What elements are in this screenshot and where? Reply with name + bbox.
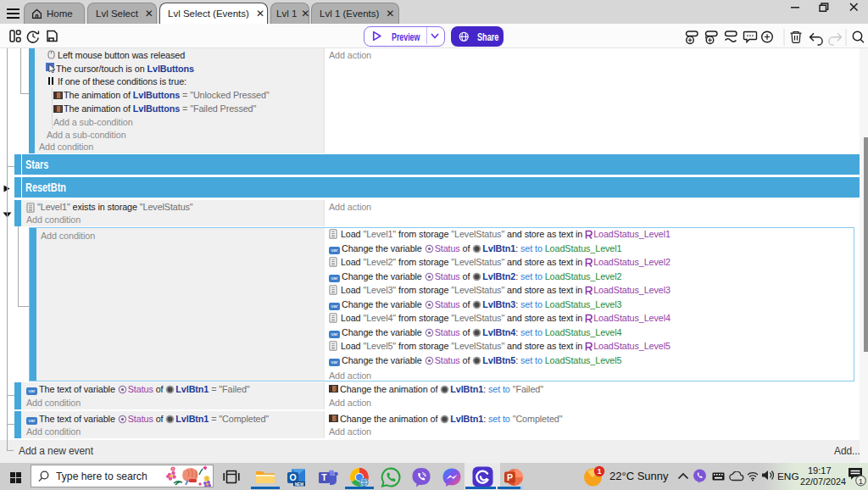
svg-text:NEW: NEW [295,482,304,487]
svg-text:O: O [289,472,296,482]
svg-text:1: 1 [598,467,602,476]
svg-text:P: P [507,472,513,482]
svg-text:T: T [321,472,327,482]
svg-text:1: 1 [859,476,863,486]
